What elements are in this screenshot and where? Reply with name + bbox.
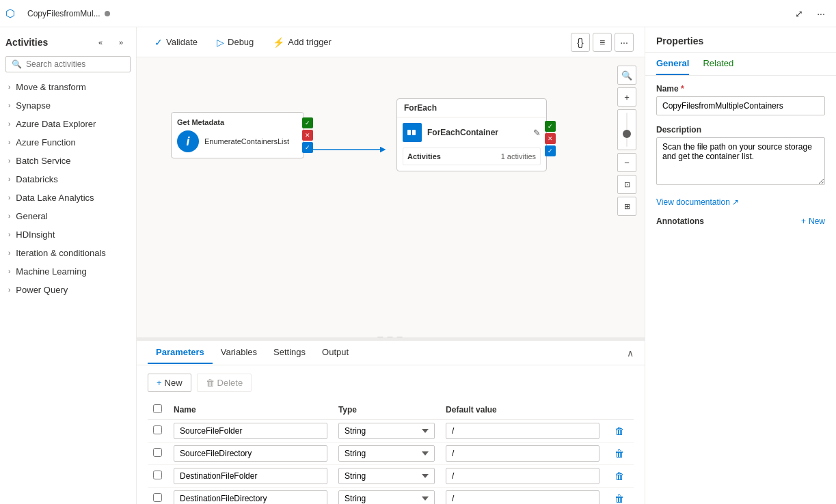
bottom-panel: Parameters Variables Settings Output ∧ +…: [137, 340, 645, 504]
description-field: Description: [656, 125, 825, 187]
table-row: StringIntFloatBoolArrayObjectSecureStrin…: [148, 420, 634, 443]
sidebar-item-databricks[interactable]: ›Databricks: [0, 170, 136, 188]
row-checkbox-1[interactable]: [153, 448, 162, 457]
tab-variables[interactable]: Variables: [213, 341, 265, 364]
get-metadata-node[interactable]: Get Metadata i EnumerateContainersList ✓…: [171, 112, 304, 158]
new-param-plus-icon: +: [157, 378, 162, 388]
foreach-success-connector[interactable]: ✓: [545, 121, 556, 132]
param-default-input-2[interactable]: [446, 468, 599, 484]
foreach-node[interactable]: ForEach ForEachContainer ✎ ✓ ✕ ✓: [396, 98, 547, 171]
expand-icon[interactable]: »: [111, 33, 131, 52]
code-view-icon[interactable]: {}: [571, 33, 590, 52]
tab-output[interactable]: Output: [314, 341, 357, 364]
delete-param-button[interactable]: 🗑 Delete: [197, 374, 252, 392]
annotations-header: Annotations + New: [656, 216, 825, 226]
sidebar-item-label: Power Query: [16, 285, 68, 295]
pipeline-toolbar: ✓ Validate ▷ Debug ⚡ Add trigger {} ≡ ··…: [137, 27, 645, 57]
sidebar-item-general[interactable]: ›General: [0, 207, 136, 225]
name-input[interactable]: [656, 96, 825, 115]
tab-settings[interactable]: Settings: [265, 341, 314, 364]
sidebar-item-move-transform[interactable]: ›Move & transform: [0, 78, 136, 96]
tab-modified-dot: [105, 11, 110, 16]
connector-arrow: [304, 119, 393, 173]
fit-view-icon[interactable]: ⊡: [617, 175, 636, 194]
sidebar-item-hdinsight[interactable]: ›HDInsight: [0, 225, 136, 244]
node-success-connector[interactable]: ✓: [302, 117, 313, 128]
search-input[interactable]: [26, 59, 129, 69]
sidebar-header-icons: « »: [91, 33, 131, 52]
trigger-icon: ⚡: [273, 37, 284, 48]
annotations-label: Annotations: [656, 216, 704, 226]
zoom-out-icon[interactable]: −: [617, 153, 636, 172]
delete-row-button-0[interactable]: 🗑: [610, 424, 628, 438]
param-name-input-1[interactable]: [174, 445, 327, 462]
validate-button[interactable]: ✓ Validate: [148, 34, 204, 51]
add-trigger-button[interactable]: ⚡ Add trigger: [266, 34, 338, 51]
bottom-content: + New 🗑 Delete Name Type Defaul: [137, 365, 645, 504]
param-name-input-3[interactable]: [174, 490, 327, 504]
more-options-icon[interactable]: ···: [811, 4, 831, 23]
sidebar-item-label: Azure Function: [16, 137, 75, 148]
more-menu-icon[interactable]: ···: [615, 33, 634, 52]
foreach-fail-connector[interactable]: ✕: [545, 133, 556, 144]
properties-icon[interactable]: ≡: [593, 33, 612, 52]
chevron-icon: ›: [8, 176, 10, 183]
close-bottom-panel-icon[interactable]: ∧: [627, 348, 634, 359]
content-area: ✓ Validate ▷ Debug ⚡ Add trigger {} ≡ ··…: [137, 27, 645, 504]
foreach-edit-icon[interactable]: ✎: [533, 128, 541, 138]
sidebar-item-data-lake-analytics[interactable]: ›Data Lake Analytics: [0, 188, 136, 207]
param-type-select-0[interactable]: StringIntFloatBoolArrayObjectSecureStrin…: [338, 423, 435, 439]
sidebar-item-azure-function[interactable]: ›Azure Function: [0, 133, 136, 152]
param-type-select-3[interactable]: StringIntFloatBoolArrayObjectSecureStrin…: [338, 490, 435, 504]
collapse-icon[interactable]: «: [91, 33, 110, 52]
node-fail-connector[interactable]: ✕: [302, 130, 313, 141]
zoom-slider[interactable]: [617, 109, 636, 150]
properties-panel: Properties General Related Name * Descri…: [645, 27, 836, 504]
row-checkbox-0[interactable]: [153, 425, 162, 434]
new-param-button[interactable]: + New: [148, 374, 191, 392]
params-table: Name Type Default value StringIntFloatBo…: [148, 400, 634, 504]
resize-icon[interactable]: ⤢: [790, 4, 809, 23]
prop-tab-related[interactable]: Related: [703, 53, 733, 75]
search-canvas-icon[interactable]: 🔍: [617, 66, 636, 85]
zoom-in-icon[interactable]: +: [617, 87, 636, 107]
name-required: *: [681, 84, 684, 94]
param-name-input-2[interactable]: [174, 468, 327, 484]
debug-button[interactable]: ▷ Debug: [210, 34, 260, 51]
param-type-select-2[interactable]: StringIntFloatBoolArrayObjectSecureStrin…: [338, 468, 435, 484]
delete-row-button-2[interactable]: 🗑: [610, 469, 628, 483]
svg-rect-3: [412, 130, 416, 135]
toolbar-right: {} ≡ ···: [571, 33, 634, 52]
add-annotation-plus-icon: +: [801, 216, 806, 226]
row-checkbox-2[interactable]: [153, 471, 162, 479]
grid-icon[interactable]: ⊞: [617, 197, 636, 216]
node-complete-connector[interactable]: ✓: [302, 142, 313, 153]
add-trigger-label: Add trigger: [288, 37, 332, 47]
sidebar-item-machine-learning[interactable]: ›Machine Learning: [0, 262, 136, 281]
view-documentation-link[interactable]: View documentation ↗: [656, 197, 739, 207]
param-default-input-0[interactable]: [446, 423, 599, 439]
sidebar-item-power-query[interactable]: ›Power Query: [0, 281, 136, 299]
sidebar-item-synapse[interactable]: ›Synapse: [0, 96, 136, 115]
col-action: [605, 400, 634, 420]
delete-row-button-1[interactable]: 🗑: [610, 447, 628, 460]
metadata-label: EnumerateContainersList: [204, 137, 289, 145]
sidebar-item-iteration-conditionals[interactable]: ›Iteration & conditionals: [0, 244, 136, 262]
param-default-input-3[interactable]: [446, 490, 599, 504]
add-annotation-button[interactable]: + New: [801, 216, 825, 226]
prop-tab-general[interactable]: General: [656, 53, 689, 75]
sidebar-item-azure-data-explorer[interactable]: ›Azure Data Explorer: [0, 115, 136, 133]
tab-item[interactable]: CopyFilesfromMul...: [21, 6, 117, 21]
select-all-checkbox[interactable]: [153, 404, 162, 413]
activities-section-header: Activities 1 activities: [407, 152, 536, 160]
panel-splitter[interactable]: [137, 337, 645, 340]
param-default-input-1[interactable]: [446, 445, 599, 462]
row-checkbox-3[interactable]: [153, 493, 162, 502]
param-type-select-1[interactable]: StringIntFloatBoolArrayObjectSecureStrin…: [338, 445, 435, 462]
delete-row-button-3[interactable]: 🗑: [610, 492, 628, 504]
param-name-input-0[interactable]: [174, 423, 327, 439]
sidebar-item-batch-service[interactable]: ›Batch Service: [0, 152, 136, 170]
description-textarea[interactable]: [656, 137, 825, 185]
tab-parameters[interactable]: Parameters: [148, 341, 213, 364]
foreach-complete-connector[interactable]: ✓: [545, 145, 556, 156]
